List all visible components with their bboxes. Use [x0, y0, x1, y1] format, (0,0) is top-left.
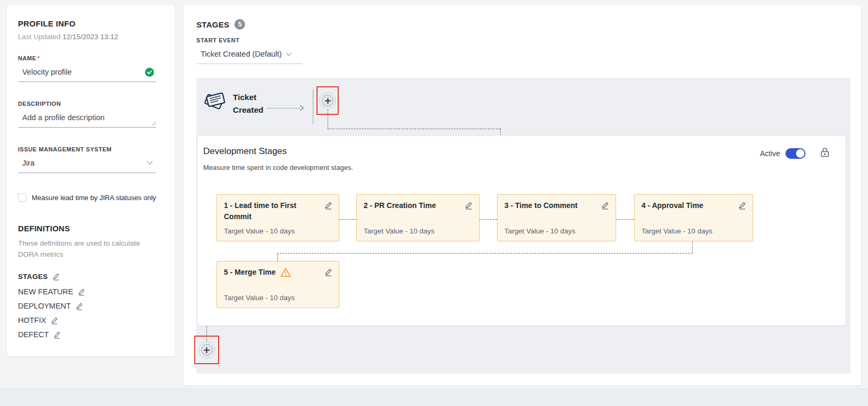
- edit-new-feature-icon[interactable]: [78, 288, 85, 296]
- stage-link-3-4: [616, 219, 634, 220]
- issue-management-select[interactable]: Jira: [18, 155, 156, 173]
- resize-handle-icon[interactable]: [151, 121, 156, 126]
- connector-top-vertical: [328, 110, 328, 129]
- stages-title: STAGES: [196, 20, 229, 29]
- last-updated: Last Updated 12/15/2023 13:12: [18, 33, 159, 41]
- ticket-icon: [203, 88, 227, 113]
- lock-icon[interactable]: [820, 147, 830, 158]
- active-toggle[interactable]: [785, 148, 806, 159]
- definition-item-deployment: DEPLOYMENT: [18, 302, 159, 310]
- stage-card-2: 2 - PR Creation Time Target Value - 10 d…: [356, 194, 480, 241]
- stage-name: 2 - PR Creation Time: [364, 200, 436, 211]
- definition-item-label: NEW FEATURE: [18, 287, 73, 296]
- stage-name: 3 - Time to Comment: [504, 200, 577, 211]
- start-event-label: START EVENT: [196, 37, 240, 43]
- row-connector-horizontal: [277, 253, 692, 254]
- development-stages-title: Development Stages: [203, 146, 287, 157]
- stage-link-1-2: [339, 219, 356, 220]
- valid-check-icon: [145, 68, 154, 77]
- definitions-subtitle: These definitions are used to calculate …: [18, 238, 152, 260]
- toggle-knob: [796, 149, 804, 158]
- edit-stage-2-icon[interactable]: [465, 200, 473, 210]
- name-label: NAME*: [18, 55, 159, 61]
- name-input[interactable]: [22, 68, 133, 76]
- development-stages-subtitle: Measure time spent in code development s…: [203, 164, 353, 172]
- edit-stage-4-icon[interactable]: [738, 200, 746, 210]
- development-stages-card: Development Stages Measure time spent in…: [197, 135, 846, 326]
- definition-item-label: HOTFIX: [18, 316, 46, 324]
- stage-name: 5 - Merge Time: [224, 267, 276, 278]
- stage-target-value: Target Value - 10 days: [364, 227, 473, 235]
- stage-target-value: Target Value - 10 days: [224, 294, 332, 302]
- definitions-stages-label: STAGES: [18, 273, 48, 281]
- issue-management-value: Jira: [22, 159, 34, 167]
- stage-card-5: 5 - Merge Time Target Value - 10 days: [216, 261, 339, 308]
- lead-time-checkbox-row: Measure lead time by JIRA statuses only: [18, 193, 159, 202]
- stage-name: 4 - Approval Time: [641, 200, 703, 211]
- stage-card-4: 4 - Approval Time Target Value - 10 days: [634, 194, 753, 241]
- start-node-label: Ticket Created: [233, 88, 275, 116]
- definition-item-new-feature: NEW FEATURE: [18, 287, 159, 296]
- arrow-head-icon: [299, 104, 304, 112]
- plus-icon: [201, 344, 213, 356]
- definitions-title: DEFINITIONS: [18, 224, 159, 233]
- name-field-wrap: [18, 64, 156, 82]
- edit-stage-5-icon[interactable]: [324, 267, 332, 276]
- last-updated-value: 12/15/2023 13:12: [62, 33, 118, 41]
- definition-item-hotfix: HOTFIX: [18, 316, 159, 324]
- definition-item-label: DEPLOYMENT: [18, 302, 71, 310]
- stage-target-value: Target Value - 10 days: [504, 227, 609, 235]
- stage-target-value: Target Value - 10 days: [224, 227, 332, 235]
- highlight-rect-bottom: [194, 336, 219, 364]
- stage-card-1: 1 - Lead time to First Commit Target Val…: [216, 194, 339, 241]
- stage-link-2-3: [480, 219, 497, 220]
- chevron-down-icon: [147, 161, 153, 165]
- active-label: Active: [760, 149, 780, 158]
- stage-target-value: Target Value - 10 days: [641, 227, 746, 235]
- connector-top-horizontal: [328, 129, 500, 129]
- edit-stage-3-icon[interactable]: [601, 200, 609, 210]
- description-label: DESCRIPTION: [18, 101, 159, 107]
- row-connector-down: [692, 241, 693, 253]
- stages-header: STAGES 5: [196, 19, 245, 30]
- definition-item-defect: DEFECT: [18, 330, 159, 339]
- workflow-canvas: Ticket Created Development Stages Measur…: [196, 78, 851, 374]
- edit-stage-1-icon[interactable]: [324, 200, 332, 210]
- issue-management-label: ISSUE MANAGEMENT SYSTEM: [18, 146, 159, 152]
- row-connector-drop: [277, 253, 278, 261]
- start-event-value: Ticket Created (Default): [201, 50, 282, 58]
- stages-panel: STAGES 5 START EVENT Ticket Created (Def…: [184, 5, 861, 385]
- description-input[interactable]: [22, 113, 133, 122]
- plus-icon: [322, 95, 333, 106]
- stage-name: 1 - Lead time to First Commit: [224, 200, 320, 222]
- edit-hotfix-icon[interactable]: [51, 317, 58, 324]
- description-field-wrap: [18, 109, 156, 128]
- add-stage-button-bottom[interactable]: [198, 341, 215, 358]
- definitions-stages-row: STAGES: [18, 273, 159, 281]
- stages-count-badge: 5: [234, 19, 245, 30]
- edit-defect-icon[interactable]: [53, 331, 61, 339]
- edit-stages-icon[interactable]: [52, 273, 60, 281]
- definition-item-label: DEFECT: [18, 330, 49, 339]
- warning-icon: [280, 267, 291, 277]
- start-event-select[interactable]: Ticket Created (Default): [196, 48, 302, 64]
- node-divider-line: [313, 89, 313, 124]
- start-node-ticket-created: Ticket Created: [203, 88, 275, 116]
- footer-band: [0, 388, 868, 406]
- required-asterisk: *: [38, 55, 40, 61]
- stage-card-3: 3 - Time to Comment Target Value - 10 da…: [497, 194, 616, 241]
- start-arrow-line: [267, 108, 300, 109]
- profile-info-panel: PROFILE INFO Last Updated 12/15/2023 13:…: [7, 5, 175, 356]
- profile-info-title: PROFILE INFO: [18, 19, 159, 28]
- last-updated-label: Last Updated: [18, 33, 60, 41]
- lead-time-checkbox[interactable]: [18, 193, 26, 202]
- edit-deployment-icon[interactable]: [76, 302, 83, 310]
- chevron-down-icon: [286, 52, 292, 56]
- lead-time-checkbox-label: Measure lead time by JIRA statuses only: [32, 194, 156, 202]
- add-stage-button-top[interactable]: [319, 92, 336, 109]
